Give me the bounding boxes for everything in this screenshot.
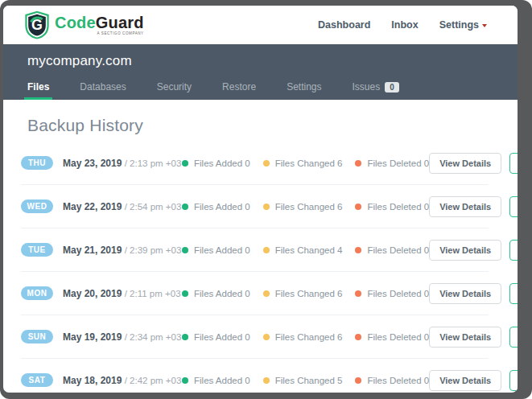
backup-date-text: May 22, 2019 <box>63 201 122 212</box>
page-title: Backup History <box>27 116 518 135</box>
files-added-status: Files Added 0 <box>182 289 250 298</box>
restore-options-button[interactable]: Restore Options <box>509 327 518 348</box>
changed-dot-icon <box>263 160 270 167</box>
backup-row: SUN May 19, 2019 / 2:34 pm +03 Files Add… <box>21 315 489 359</box>
restore-options-button[interactable]: Restore Options <box>509 196 518 217</box>
row-actions: View Details Restore Options <box>429 283 518 304</box>
view-details-button[interactable]: View Details <box>429 327 501 348</box>
top-navigation: DashboardInboxSettings <box>318 19 487 31</box>
view-details-button[interactable]: View Details <box>429 153 501 174</box>
restore-options-button[interactable]: Restore Options <box>509 240 518 261</box>
files-changed-status: Files Changed 4 <box>263 245 343 255</box>
restore-options-button[interactable]: Restore Options <box>509 370 518 391</box>
backup-date-text: May 19, 2019 <box>63 331 122 343</box>
backup-time-text: / 2:34 pm +03 <box>125 332 182 342</box>
status-group: Files Added 0 Files Changed 6 Files Dele… <box>182 202 429 212</box>
added-dot-icon <box>182 334 188 340</box>
window-frame: G CodeGuard A SECTIGO COMPANY DashboardI… <box>0 0 532 399</box>
changed-dot-icon <box>263 204 270 210</box>
view-details-button[interactable]: View Details <box>429 283 501 304</box>
backup-time-text: / 2:11 pm +03 <box>125 289 181 298</box>
view-details-button[interactable]: View Details <box>429 196 501 217</box>
tab-restore[interactable]: Restore <box>222 76 256 100</box>
files-deleted-status: Files Deleted 0 <box>355 245 429 255</box>
status-group: Files Added 0 Files Changed 6 Files Dele… <box>182 158 429 168</box>
backup-row: TUE May 21, 2019 / 2:39 pm +03 Files Add… <box>21 228 489 272</box>
day-badge: WED <box>21 200 53 213</box>
backup-row: WED May 22, 2019 / 2:54 pm +03 Files Add… <box>21 185 489 228</box>
files-changed-status: Files Changed 5 <box>263 376 343 385</box>
added-dot-icon <box>182 247 188 253</box>
added-dot-icon <box>182 204 188 210</box>
top-nav-item-dashboard[interactable]: Dashboard <box>318 19 370 31</box>
brand-name-primary: Code <box>55 14 96 31</box>
deleted-dot-icon <box>355 160 361 167</box>
status-group: Files Added 0 Files Changed 5 Files Dele… <box>182 376 429 385</box>
backup-row: MON May 20, 2019 / 2:11 pm +03 Files Add… <box>21 272 489 315</box>
backup-date: May 18, 2019 / 2:42 pm +03 <box>63 375 182 386</box>
top-nav-item-settings[interactable]: Settings <box>439 19 487 31</box>
view-details-button[interactable]: View Details <box>429 240 501 261</box>
tab-settings[interactable]: Settings <box>287 76 321 100</box>
backup-time-text: / 2:39 pm +03 <box>125 245 182 255</box>
files-added-status: Files Added 0 <box>182 245 250 255</box>
view-details-button[interactable]: View Details <box>429 370 501 391</box>
app-window: G CodeGuard A SECTIGO COMPANY DashboardI… <box>3 6 518 393</box>
top-bar: G CodeGuard A SECTIGO COMPANY DashboardI… <box>3 6 518 44</box>
day-badge: SAT <box>21 373 53 387</box>
backup-time-text: / 2:13 pm +03 <box>125 158 182 168</box>
backup-row: SAT May 18, 2019 / 2:42 pm +03 Files Add… <box>21 359 489 393</box>
changed-dot-icon <box>263 334 270 340</box>
files-deleted-status: Files Deleted 0 <box>355 202 429 212</box>
backup-time-text: / 2:54 pm +03 <box>125 202 182 212</box>
row-actions: View Details Restore Options <box>429 240 518 261</box>
tab-files[interactable]: Files <box>27 76 49 100</box>
files-changed-status: Files Changed 6 <box>263 332 343 342</box>
backup-date: May 22, 2019 / 2:54 pm +03 <box>63 201 182 212</box>
row-actions: View Details Restore Options <box>429 196 518 217</box>
backup-date: May 21, 2019 / 2:39 pm +03 <box>63 245 182 256</box>
files-added-status: Files Added 0 <box>182 332 250 342</box>
changed-dot-icon <box>263 247 270 253</box>
brand-wordmark: CodeGuard A SECTIGO COMPANY <box>55 14 144 36</box>
backup-date: May 19, 2019 / 2:34 pm +03 <box>63 331 182 343</box>
added-dot-icon <box>182 160 188 167</box>
codeguard-logo[interactable]: G CodeGuard A SECTIGO COMPANY <box>24 10 144 39</box>
deleted-dot-icon <box>355 247 361 253</box>
backup-date: May 20, 2019 / 2:11 pm +03 <box>63 288 182 299</box>
added-dot-icon <box>182 290 188 297</box>
added-dot-icon <box>182 377 188 384</box>
files-added-status: Files Added 0 <box>182 202 250 212</box>
day-badge: MON <box>21 286 53 300</box>
restore-options-button[interactable]: Restore Options <box>509 283 518 304</box>
status-group: Files Added 0 Files Changed 6 Files Dele… <box>182 332 429 342</box>
day-badge: TUE <box>21 243 53 257</box>
dropdown-caret-icon <box>482 24 487 27</box>
backup-date-text: May 21, 2019 <box>63 245 122 256</box>
deleted-dot-icon <box>355 334 361 340</box>
day-badge: THU <box>21 156 53 170</box>
changed-dot-icon <box>263 377 270 384</box>
day-badge: SUN <box>21 330 53 343</box>
files-changed-status: Files Changed 6 <box>263 202 343 212</box>
issues-count-badge: 0 <box>385 82 399 93</box>
files-deleted-status: Files Deleted 0 <box>355 158 429 168</box>
tab-issues[interactable]: Issues0 <box>352 76 398 100</box>
backup-date-text: May 23, 2019 <box>63 158 122 169</box>
deleted-dot-icon <box>355 290 361 297</box>
top-nav-item-inbox[interactable]: Inbox <box>391 19 418 31</box>
status-group: Files Added 0 Files Changed 4 Files Dele… <box>182 245 429 255</box>
row-actions: View Details Restore Options <box>429 327 518 348</box>
site-tabs: FilesDatabasesSecurityRestoreSettingsIss… <box>3 76 518 100</box>
deleted-dot-icon <box>355 204 361 210</box>
restore-options-button[interactable]: Restore Options <box>509 153 518 174</box>
files-deleted-status: Files Deleted 0 <box>355 376 429 385</box>
backup-date-text: May 18, 2019 <box>63 375 122 386</box>
tab-databases[interactable]: Databases <box>80 76 126 100</box>
backup-history-list: THU May 23, 2019 / 2:13 pm +03 Files Add… <box>3 142 518 393</box>
brand-name-secondary: Guard <box>96 14 144 31</box>
files-changed-status: Files Changed 6 <box>263 158 343 168</box>
site-domain: mycompany.com <box>3 53 518 69</box>
status-group: Files Added 0 Files Changed 6 Files Dele… <box>182 289 429 298</box>
tab-security[interactable]: Security <box>157 76 192 100</box>
